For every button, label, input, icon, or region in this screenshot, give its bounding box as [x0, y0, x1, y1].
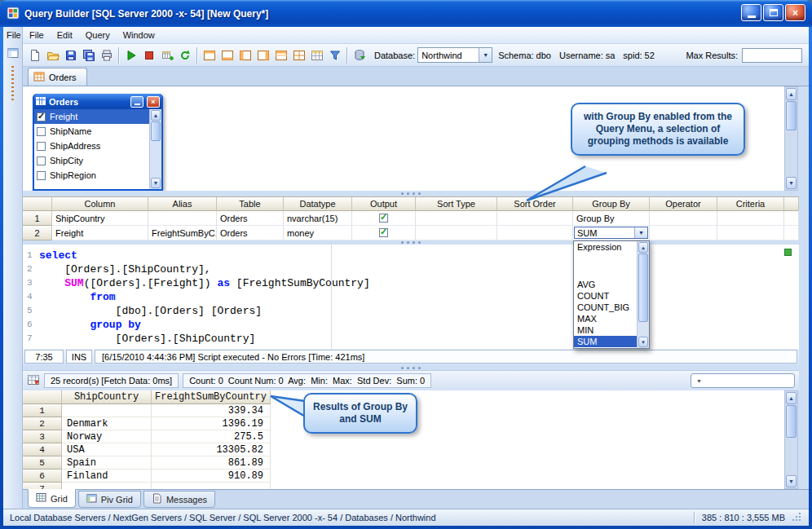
- sql-code[interactable]: select [Orders].[ShipCountry], SUM([Orde…: [39, 245, 799, 346]
- connect-database-button[interactable]: [351, 46, 368, 64]
- cell-value[interactable]: 13305.82: [152, 443, 271, 456]
- row-number[interactable]: 1: [23, 211, 52, 226]
- cell-country[interactable]: Finland: [62, 469, 152, 483]
- dropdown-item-min[interactable]: MIN: [574, 324, 637, 336]
- scroll-thumb[interactable]: [638, 253, 648, 322]
- cell-value[interactable]: 861.89: [152, 456, 271, 469]
- cell-sort-type[interactable]: [416, 211, 497, 226]
- diagram-scrollbar[interactable]: ▲ ▼: [784, 86, 798, 191]
- field-checkbox[interactable]: [37, 156, 46, 165]
- filter-button[interactable]: [326, 46, 344, 64]
- scroll-up-button[interactable]: ▲: [151, 110, 161, 121]
- open-button[interactable]: [44, 46, 62, 64]
- row-number[interactable]: 2: [23, 417, 62, 430]
- results-row[interactable]: 7: [23, 483, 784, 489]
- orders-close-button[interactable]: ×: [147, 96, 160, 108]
- execute-button[interactable]: [122, 46, 140, 64]
- header-freightsum[interactable]: FreightSumByCountry: [152, 390, 271, 404]
- field-checkbox[interactable]: [37, 112, 46, 121]
- stop-button[interactable]: [140, 46, 158, 64]
- group-by-combo[interactable]: SUM ▼: [574, 227, 648, 239]
- row-number[interactable]: 2: [23, 226, 52, 240]
- search-options-caret-icon[interactable]: ▼: [696, 378, 702, 384]
- cell-column[interactable]: Freight: [52, 226, 148, 240]
- scroll-down-button[interactable]: ▼: [151, 178, 161, 188]
- cell-group-by[interactable]: SUM ▼: [573, 226, 650, 240]
- cell-alias[interactable]: FreightSumByC...: [148, 226, 217, 240]
- row-number[interactable]: 5: [23, 456, 62, 469]
- dropdown-item-count[interactable]: COUNT: [574, 290, 637, 302]
- field-row-shipcity[interactable]: ShipCity: [34, 153, 149, 168]
- cell-alias[interactable]: [148, 211, 217, 226]
- cell-table[interactable]: Orders: [217, 211, 284, 226]
- layout-top-pane-button[interactable]: [201, 46, 218, 64]
- dock-drag-handle[interactable]: [11, 66, 14, 100]
- scroll-down-button[interactable]: ▼: [786, 475, 797, 487]
- cell-value[interactable]: 339.34: [152, 404, 271, 417]
- dropdown-item-count-big[interactable]: COUNT_BIG: [574, 302, 637, 313]
- row-number[interactable]: 4: [23, 443, 62, 456]
- scroll-thumb[interactable]: [786, 405, 797, 438]
- output-checkbox[interactable]: [379, 214, 388, 223]
- cell-operator[interactable]: [650, 226, 717, 240]
- clipped-file-menu[interactable]: File: [7, 30, 20, 40]
- cell-country[interactable]: [62, 483, 152, 489]
- field-row-shipname[interactable]: ShipName: [34, 124, 149, 139]
- cell-value[interactable]: 910.89: [152, 469, 271, 483]
- field-checkbox[interactable]: [37, 171, 46, 180]
- cell-output[interactable]: [352, 226, 416, 240]
- dropdown-item-avg[interactable]: AVG: [574, 279, 637, 290]
- cell-country[interactable]: Denmark: [62, 417, 152, 430]
- cell-table[interactable]: Orders: [217, 226, 284, 240]
- dropdown-item-sum[interactable]: SUM: [574, 336, 637, 347]
- cell-output[interactable]: [352, 211, 416, 226]
- scroll-thumb[interactable]: [786, 101, 797, 130]
- results-row[interactable]: 6 Finland 910.89: [23, 469, 784, 483]
- row-number[interactable]: 3: [23, 430, 62, 443]
- cell-value[interactable]: 1396.19: [152, 417, 271, 430]
- results-row[interactable]: 5 Spain 861.89: [23, 456, 784, 469]
- close-button[interactable]: ×: [785, 4, 805, 21]
- results-scrollbar[interactable]: ▲ ▼: [784, 390, 798, 489]
- refresh-button[interactable]: [176, 46, 194, 64]
- results-search-box[interactable]: ▼: [691, 373, 795, 388]
- scroll-up-button[interactable]: ▲: [638, 242, 648, 253]
- orders-window-titlebar[interactable]: Orders ×: [34, 94, 161, 109]
- orders-table-window[interactable]: Orders × Freight ShipName ShipAddress Sh…: [33, 94, 163, 191]
- cell-criteria[interactable]: [717, 226, 784, 240]
- layout-grid-button[interactable]: [290, 46, 308, 64]
- tab-orders[interactable]: Orders: [28, 68, 87, 86]
- orders-minimize-button[interactable]: [130, 96, 143, 108]
- tab-messages[interactable]: Messages: [143, 491, 215, 508]
- dropdown-item-blank[interactable]: [574, 253, 637, 279]
- row-number[interactable]: 1: [23, 404, 62, 417]
- cell-group-by[interactable]: Group By: [573, 211, 650, 226]
- cell-sort-order[interactable]: [497, 226, 573, 240]
- scroll-down-button[interactable]: ▼: [786, 177, 797, 189]
- cell-datatype[interactable]: nvarchar(15): [284, 211, 352, 226]
- cell-value[interactable]: [152, 483, 271, 489]
- add-table-button[interactable]: [158, 46, 176, 64]
- scroll-up-button[interactable]: ▲: [786, 88, 797, 100]
- tab-pivot-grid[interactable]: Piv Grid: [78, 491, 141, 508]
- results-row[interactable]: 4 USA 13305.82: [23, 443, 784, 456]
- cell-column[interactable]: ShipCountry: [52, 211, 148, 226]
- scroll-down-button[interactable]: ▼: [638, 337, 648, 347]
- export-grid-icon[interactable]: [27, 373, 40, 388]
- cell-sort-type[interactable]: [416, 226, 497, 240]
- resize-gripper[interactable]: [792, 512, 802, 524]
- scroll-thumb[interactable]: [151, 121, 161, 141]
- cell-country[interactable]: [62, 404, 152, 417]
- field-checkbox[interactable]: [37, 142, 46, 151]
- minimize-button[interactable]: [741, 4, 761, 21]
- cell-value[interactable]: 275.5: [152, 430, 271, 443]
- save-all-button[interactable]: [80, 46, 98, 64]
- dock-panel-icon[interactable]: [7, 46, 20, 61]
- database-combo[interactable]: Northwind ▼: [417, 47, 492, 63]
- layout-bottom-pane-button[interactable]: [218, 46, 236, 64]
- scroll-up-button[interactable]: ▲: [786, 392, 797, 404]
- menu-window[interactable]: Window: [117, 29, 161, 42]
- output-checkbox[interactable]: [379, 228, 388, 237]
- menu-edit[interactable]: Edit: [51, 29, 79, 42]
- field-row-shipaddress[interactable]: ShipAddress: [34, 139, 149, 153]
